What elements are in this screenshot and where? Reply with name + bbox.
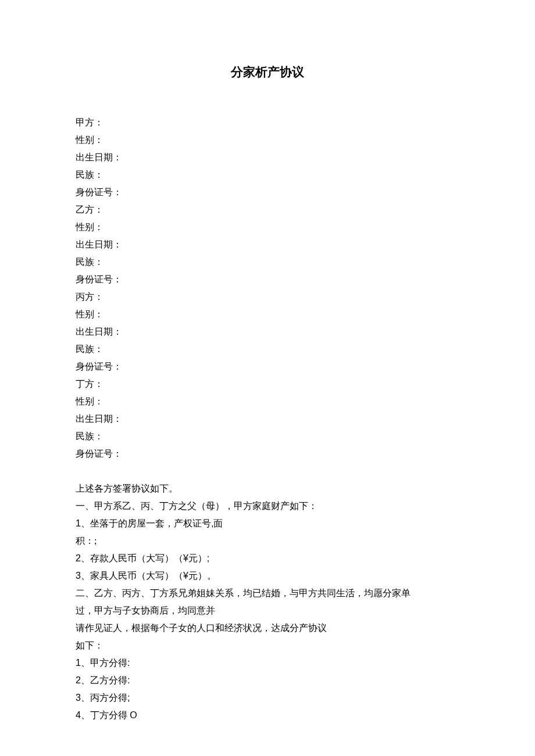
- party-yi-label: 乙方：: [76, 201, 459, 218]
- section2-line2: 过，甲方与子女协商后，均同意并: [76, 602, 459, 619]
- section1-item1a: 1、坐落于的房屋一套，产权证号,面: [76, 515, 459, 532]
- dist1: 1、甲方分得:: [76, 654, 459, 672]
- party-yi-birth: 出生日期：: [76, 236, 459, 253]
- dist4: 4、丁方分得 O: [76, 707, 459, 724]
- document-title: 分家析产协议: [76, 64, 459, 80]
- party-jia-gender: 性别：: [76, 131, 459, 149]
- party-ding-id: 身份证号：: [76, 445, 459, 463]
- dist2: 2、乙方分得:: [76, 672, 459, 689]
- party-ding-label: 丁方：: [76, 375, 459, 393]
- dist3: 3、丙方分得;: [76, 689, 459, 707]
- party-ding-gender: 性别：: [76, 393, 459, 410]
- party-bing-ethnicity: 民族：: [76, 341, 459, 358]
- section2-line3: 请作见证人，根据每个子女的人口和经济状况，达成分产协议: [76, 619, 459, 637]
- intro-line: 上述各方签署协议如下。: [76, 480, 459, 497]
- section1-item1b: 积：;: [76, 532, 459, 550]
- party-jia-ethnicity: 民族：: [76, 166, 459, 184]
- party-yi-id: 身份证号：: [76, 271, 459, 288]
- blank-line: [76, 463, 459, 480]
- section2-line1: 二、乙方、丙方、丁方系兄弟姐妹关系，均已结婚，与甲方共同生活，均愿分家单: [76, 585, 459, 602]
- party-bing-gender: 性别：: [76, 306, 459, 323]
- section2-line4: 如下：: [76, 637, 459, 654]
- section1-item2: 2、存款人民币（大写）（¥元）;: [76, 550, 459, 567]
- section1-title: 一、甲方系乙、丙、丁方之父（母），甲方家庭财产如下：: [76, 497, 459, 515]
- party-yi-gender: 性别：: [76, 218, 459, 236]
- party-yi-ethnicity: 民族：: [76, 253, 459, 271]
- party-jia-birth: 出生日期：: [76, 149, 459, 166]
- party-bing-label: 丙方：: [76, 288, 459, 306]
- party-ding-ethnicity: 民族：: [76, 428, 459, 445]
- party-jia-label: 甲方：: [76, 114, 459, 131]
- section1-item3: 3、家具人民币（大写）（¥元）。: [76, 567, 459, 585]
- party-ding-birth: 出生日期：: [76, 410, 459, 428]
- party-bing-birth: 出生日期：: [76, 323, 459, 341]
- document-page: 分家析产协议 甲方： 性别： 出生日期： 民族： 身份证号： 乙方： 性别： 出…: [0, 0, 535, 756]
- party-jia-id: 身份证号：: [76, 184, 459, 201]
- party-bing-id: 身份证号：: [76, 358, 459, 375]
